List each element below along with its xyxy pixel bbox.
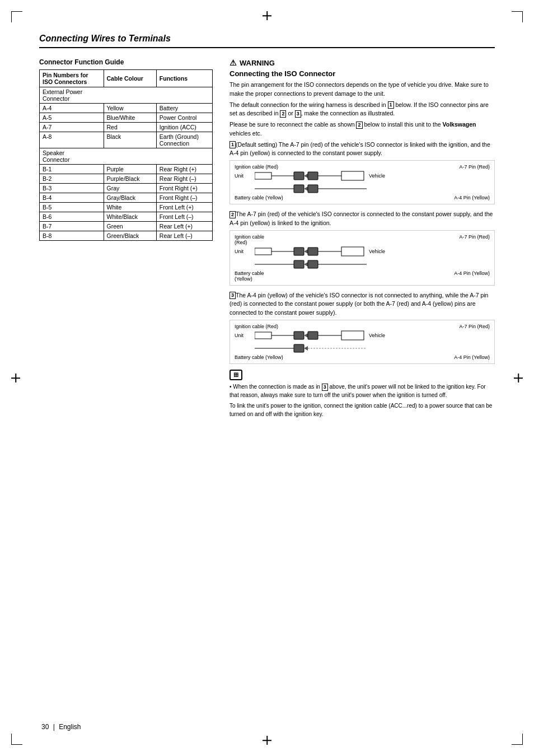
connector-diagram-3: Ignition cable (Red) A-7 Pin (Red) Unit [229, 320, 495, 364]
item-3-text: 3The A-4 pin (yellow) of the vehicle's I… [229, 291, 495, 318]
pin-b1: B-1 [40, 165, 104, 174]
pin-a7: A-7 [40, 123, 104, 132]
svg-rect-14 [294, 248, 304, 255]
table-row: B-8 Green/Black Rear Left (–) [40, 231, 213, 241]
diagram1-svg-row1 [255, 170, 367, 181]
table-row: B-3 Gray Front Right (+) [40, 184, 213, 193]
svg-marker-21 [304, 262, 308, 267]
svg-marker-3 [304, 174, 308, 178]
table-row: B-7 Green Rear Left (+) [40, 222, 213, 231]
function-a4: Battery [156, 104, 212, 113]
pin-b7: B-7 [40, 222, 104, 231]
svg-rect-8 [294, 185, 304, 193]
svg-rect-28 [308, 332, 318, 339]
pin-b3: B-3 [40, 184, 104, 193]
right-column: ⚠ WARNING Connecting the ISO Connector T… [229, 58, 495, 418]
diagram1-a4-label: A-4 Pin (Yellow) [454, 195, 490, 200]
corner-mark-bl [11, 734, 22, 745]
pin-a4: A-4 [40, 104, 104, 113]
table-row: B-1 Purple Rear Right (+) [40, 165, 213, 174]
warning-header: ⚠ WARNING [229, 58, 495, 67]
corner-mark-tr [512, 11, 523, 22]
svg-rect-12 [255, 248, 271, 255]
table-row: A-4 Yellow Battery [40, 104, 213, 113]
table-row: A-8 Black Earth (Ground)Connection [40, 132, 213, 148]
svg-marker-9 [304, 186, 308, 191]
col-header-function: Functions [156, 70, 212, 87]
diagram3-battery-label: Battery cable (Yellow) [235, 354, 283, 360]
diagram2-vehicle-label: Vehicle [369, 249, 385, 254]
svg-rect-4 [308, 172, 318, 180]
function-b6: Front Left (–) [156, 212, 212, 222]
colour-b7: Green [104, 222, 156, 231]
colour-b2: Purple/Black [104, 174, 156, 184]
page-footer: 30 | English [39, 723, 81, 731]
svg-rect-0 [255, 172, 271, 179]
function-b4: Front Right (–) [156, 193, 212, 203]
col-header-pin: Pin Numbers forISO Connectors [40, 70, 104, 87]
diagram2-battery-label: Battery cable(Yellow) [235, 270, 264, 282]
numbered-item-2: 2The A-7 pin (red) of the vehicle's ISO … [229, 210, 495, 286]
page-title: Connecting Wires to Terminals [39, 34, 495, 48]
table-row: A-5 Blue/White Power Control [40, 113, 213, 123]
diagram2-a4-label: A-4 Pin (Yellow) [454, 270, 490, 282]
diagram1-a7-label: A-7 Pin (Red) [459, 164, 490, 170]
item-1-text: 1(Default setting) The A-7 pin (red) of … [229, 141, 495, 158]
page: Connecting Wires to Terminals Connector … [0, 0, 534, 756]
corner-mark-tl [11, 11, 22, 22]
diagram3-svg-row2 [255, 343, 367, 354]
warning-intro-1: The pin arrangement for the ISO connecto… [229, 81, 495, 99]
pin-b6: B-6 [40, 212, 104, 222]
svg-rect-18 [341, 247, 364, 256]
function-b1: Rear Right (+) [156, 165, 212, 174]
center-mark-left [11, 374, 20, 382]
warning-triangle-icon: ⚠ [229, 58, 237, 67]
corner-mark-br [512, 734, 523, 745]
item-2-text: 2The A-7 pin (red) of the vehicle's ISO … [229, 210, 495, 228]
table-row: B-4 Gray/Black Front Right (–) [40, 193, 213, 203]
diagram1-vehicle-label: Vehicle [369, 173, 385, 179]
colour-a4: Yellow [104, 104, 156, 113]
note-icon: ⊞ [229, 370, 242, 380]
center-mark-top [263, 11, 271, 20]
pin-a8: A-8 [40, 132, 104, 148]
diagram3-svg-row1 [255, 330, 367, 341]
iso-connector-title: Connecting the ISO Connector [229, 69, 495, 78]
svg-rect-32 [294, 344, 304, 352]
colour-b3: Gray [104, 184, 156, 193]
diagram3-vehicle-label: Vehicle [369, 333, 385, 338]
svg-rect-22 [308, 260, 318, 268]
function-b3: Front Right (+) [156, 184, 212, 193]
diagram2-a7-label: A-7 Pin (Red) [459, 234, 490, 245]
diagram3-ignition-label: Ignition cable (Red) [235, 324, 278, 329]
svg-rect-16 [308, 248, 318, 255]
left-column: Connector Function Guide Pin Numbers for… [39, 58, 213, 418]
note-text-2: To link the unit's power to the ignition… [229, 402, 495, 418]
group-row-external-power: External PowerConnector [40, 87, 213, 104]
pin-b4: B-4 [40, 193, 104, 203]
colour-b8: Green/Black [104, 231, 156, 241]
note-box: ⊞ • When the connection is made as in 3 … [229, 370, 495, 418]
function-a5: Power Control [156, 113, 212, 123]
warning-intro-2: The default connection for the wiring ha… [229, 101, 495, 119]
numbered-item-3: 3The A-4 pin (yellow) of the vehicle's I… [229, 291, 495, 364]
colour-b1: Purple [104, 165, 156, 174]
function-b5: Front Left (+) [156, 203, 212, 212]
page-number: 30 [41, 723, 49, 731]
function-b8: Rear Left (–) [156, 231, 212, 241]
connector-diagram-1: Ignition cable (Red) A-7 Pin (Red) Unit [229, 160, 495, 204]
diagram1-battery-label: Battery cable (Yellow) [235, 195, 283, 200]
pin-b2: B-2 [40, 174, 104, 184]
svg-rect-10 [308, 185, 318, 193]
table-row: A-7 Red Ignition (ACC) [40, 123, 213, 132]
diagram3-a7-label: A-7 Pin (Red) [459, 324, 490, 329]
diagram1-ignition-label: Ignition cable (Red) [235, 164, 278, 170]
connector-diagram-2: Ignition cable(Red) A-7 Pin (Red) Unit [229, 230, 495, 286]
diagram2-unit-label: Unit [235, 249, 255, 254]
svg-rect-26 [294, 332, 304, 339]
two-column-layout: Connector Function Guide Pin Numbers for… [39, 58, 495, 418]
diagram2-ignition-label: Ignition cable(Red) [235, 234, 264, 245]
diagram3-a4-label: A-4 Pin (Yellow) [454, 354, 490, 360]
center-mark-right [514, 374, 523, 382]
svg-rect-30 [341, 331, 364, 340]
